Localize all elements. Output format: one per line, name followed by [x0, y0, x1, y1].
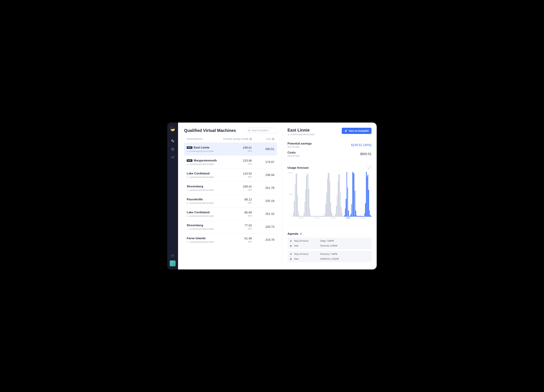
chart-bar [321, 216, 322, 217]
chart-bar [314, 216, 315, 217]
info-icon[interactable]: i [272, 138, 274, 140]
table-row[interactable]: NEW Margaretemouth acme/snoozit-dev/si-b… [184, 156, 277, 168]
savings-value: 61.49 [221, 237, 252, 240]
chart-bar [362, 216, 362, 217]
provider-icon [187, 228, 189, 230]
vm-path: acme/snoozit-dev/si-build/ [187, 215, 221, 217]
cost-value: 251.10 [252, 212, 274, 216]
chart-bar [319, 216, 319, 217]
chart-bar [339, 174, 340, 217]
cost-value: 174.07 [252, 160, 274, 164]
chart-bar [295, 184, 295, 217]
svg-rect-0 [172, 148, 174, 150]
expand-chart-button[interactable] [367, 166, 372, 170]
info-icon[interactable]: i [249, 138, 252, 140]
vm-name: Paucekville [187, 198, 203, 201]
chart-bar [342, 213, 342, 217]
chart-bar [330, 202, 331, 217]
table-row[interactable]: Strosinberg acme/snoozit-dev/si-build/ 7… [184, 220, 277, 233]
chart-bar [317, 216, 317, 217]
chart-bar [343, 216, 344, 217]
new-badge: NEW [187, 159, 192, 162]
col-cost-header: Cost i [252, 138, 274, 140]
search-input[interactable] [252, 129, 275, 132]
chart-bar [337, 195, 337, 217]
chart-bar [328, 173, 328, 217]
chart-bar [348, 188, 348, 217]
chart-bar [371, 216, 371, 217]
savings-value: $199.61 (40%) [351, 143, 372, 147]
cost-value: 251.79 [252, 186, 274, 190]
table-row[interactable]: Faroe Islands acme/snoozit-dev/si-build/… [184, 233, 277, 246]
x-axis: Nov 12Nov 14Nov 16NowNov 20 [293, 217, 372, 220]
provider-icon [187, 189, 189, 191]
chart-bar [313, 216, 313, 217]
chart-bar [333, 216, 333, 217]
chart-bar [367, 175, 368, 217]
chart-bar [359, 216, 359, 217]
chart-bar [363, 216, 363, 217]
chart-bar [316, 216, 316, 217]
table-row[interactable]: Paucekville acme/snoozit-dev/si-build/ 8… [184, 195, 277, 208]
search-box[interactable] [246, 128, 277, 133]
chart-bar [354, 173, 354, 217]
hash-icon [344, 129, 347, 132]
chart-bar [296, 173, 296, 217]
detail-path: acme/snoozit-dev/si-build/ [288, 133, 314, 136]
logo[interactable] [169, 126, 176, 133]
vm-name: Strosinberg [187, 185, 203, 188]
moon-icon [171, 127, 175, 131]
chart-bar [349, 216, 349, 217]
svg-rect-1 [172, 149, 173, 150]
savings-value: 77.52 [221, 224, 252, 227]
chart-bar [367, 176, 367, 217]
vm-name: Margaretemouth [194, 159, 217, 162]
cpu-icon [171, 147, 175, 151]
chart-bar [323, 216, 324, 217]
chart-bar [346, 199, 346, 217]
nav-infinity[interactable] [169, 154, 176, 161]
chart-bar [356, 215, 357, 217]
chart-bar [297, 195, 298, 217]
table-row[interactable]: Strosinberg acme/snoozit-dev/si-build/ 1… [184, 181, 277, 195]
activity-icon [171, 139, 175, 143]
chart-bar [370, 215, 370, 217]
info-icon[interactable]: i [300, 233, 302, 235]
savings-pct: 77% [221, 163, 252, 165]
svg-line-25 [346, 130, 346, 132]
vm-name: Lake Cordialand [187, 172, 210, 175]
triangle-icon [288, 134, 290, 136]
chart-bar [294, 201, 295, 217]
table-row[interactable]: Lake Cordialand acme/snoozit-dev/si-buil… [184, 168, 277, 181]
agenda-item: ■ Stop (10 hours) Today, 7:00PM ▶ Start … [288, 238, 372, 249]
chart-bar [305, 190, 306, 217]
costs-stat: Costs Next 30 days $500.51 [288, 150, 372, 158]
new-badge: NEW [187, 146, 192, 149]
cost-value: 238.04 [252, 173, 274, 177]
chart-bar [355, 211, 356, 217]
chart-bar [327, 179, 328, 217]
stop-icon: ■ [290, 253, 292, 255]
table-row[interactable]: Lake Cordialand acme/snoozit-dev/si-buil… [184, 208, 277, 220]
chart-bar [344, 215, 345, 217]
chart-bar [336, 206, 337, 217]
agenda-header: Agenda i [288, 232, 372, 236]
nav-activity[interactable] [169, 137, 176, 144]
costs-value: $500.51 [360, 152, 372, 156]
vm-name: Lake Cordialand [187, 211, 210, 214]
savings-value: 133.66 [221, 159, 252, 162]
vm-path: acme/snoozit-dev/si-build/ [187, 189, 221, 191]
chart-bar [355, 191, 355, 217]
avatar[interactable] [170, 260, 176, 266]
chart-bar [348, 211, 349, 217]
table-row[interactable]: NEW East Linnie acme/snoozit-dev/si-buil… [184, 143, 277, 156]
chart-bar [293, 212, 294, 217]
turn-on-autopilot-button[interactable]: Turn on Autopilot [342, 128, 372, 134]
savings-value: 199.61 [221, 146, 252, 150]
nav-upload[interactable] [169, 252, 176, 259]
chart-bar [329, 173, 329, 217]
chart-bar [340, 191, 341, 217]
nav-cpu[interactable] [169, 146, 176, 153]
savings-value: 89.12 [221, 198, 252, 201]
cost-value: 219.78 [252, 238, 274, 242]
